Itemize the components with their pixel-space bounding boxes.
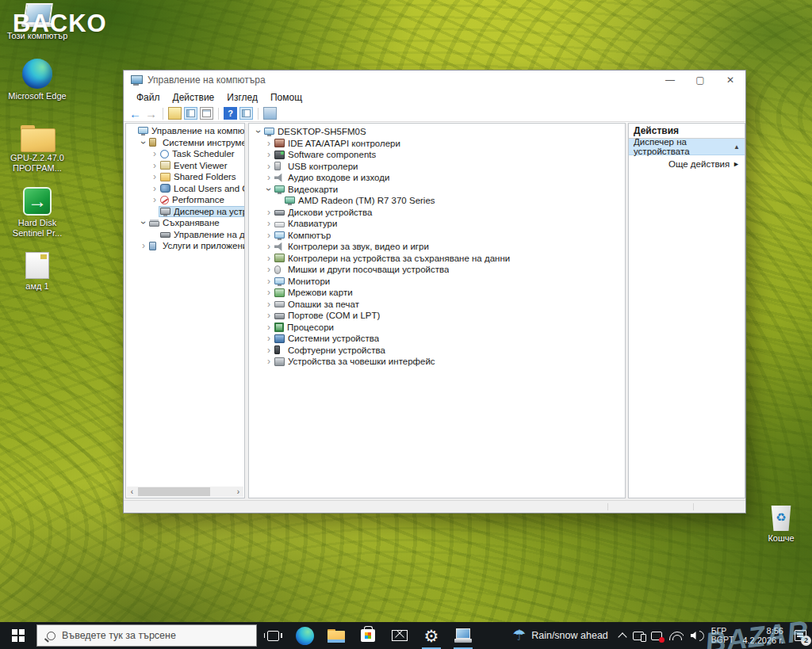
menu-item-Изглед[interactable]: Изглед [220,90,264,105]
minimize-button[interactable]: — [655,71,685,90]
tree-item[interactable]: ›Дискови устройства [249,207,625,219]
tree-item[interactable]: ›Софтуерни устройства [249,345,625,357]
expander-closed-icon[interactable]: › [264,208,274,217]
hidden-icons-chevron-icon[interactable] [618,632,626,641]
start-button[interactable] [0,622,36,649]
window-titlebar[interactable]: Управление на компютъра — ▢ ✕ [124,71,745,90]
expander-open-icon[interactable]: › [139,218,148,227]
expander-closed-icon[interactable]: › [264,334,274,343]
desktop-icon-gpuz-folder[interactable]: GPU-Z.2.47.0 ПРОГРАМ... [3,125,71,174]
expander-closed-icon[interactable]: › [264,254,274,263]
show-hide-action-pane-button[interactable] [239,107,253,120]
tree-item[interactable]: ›Опашки за печат [249,299,625,311]
tree-item[interactable]: ›Съхраняване [126,217,244,229]
expander-closed-icon[interactable]: › [264,173,274,182]
tree-item[interactable]: ›Мрежови карти [249,287,625,299]
expander-closed-icon[interactable]: › [264,357,274,366]
tree-item[interactable]: ›DESKTOP-SH5FM0S [249,126,625,138]
tree-item[interactable]: ›Мишки и други посочващи устройства [249,264,625,276]
taskbar-edge-button[interactable] [289,622,320,649]
tree-item[interactable]: ›IDE ATA/ATAPI контролери [249,138,625,150]
taskbar-computer-management-button[interactable] [447,622,479,649]
tree-item[interactable]: ›Управление на компютъра (л [126,125,244,137]
properties-button[interactable] [200,107,213,120]
tree-item[interactable]: ›Управление на дисков [126,229,244,241]
screen-record-icon[interactable] [651,632,662,640]
desktop-icon-edge[interactable]: Microsoft Edge [3,59,71,101]
expander-closed-icon[interactable]: › [150,149,159,158]
show-hide-console-tree-button[interactable] [184,107,197,120]
tree-item[interactable]: ›Task Scheduler [126,148,244,160]
tree-item[interactable]: ›Local Users and Groups [126,183,244,195]
search-input[interactable]: Въведете тук за търсене [36,624,257,647]
expander-closed-icon[interactable]: › [264,277,274,286]
tree-item[interactable]: ›USB контролери [249,161,625,173]
menu-item-Помощ[interactable]: Помощ [264,90,308,105]
tree-item[interactable]: ›Устройства за човешки интерфейс [249,356,625,368]
expander-closed-icon[interactable]: › [264,265,274,274]
tree-item[interactable]: ›Портове (COM и LPT) [249,310,625,322]
expander-closed-icon[interactable]: › [139,241,148,250]
expander-closed-icon[interactable]: › [264,311,274,320]
console-tree-pane[interactable]: ›Управление на компютъра (л›Системни инс… [125,123,245,498]
tree-item[interactable]: ›Event Viewer [126,160,244,172]
tree-item[interactable]: ›Software components [249,149,625,161]
expander-closed-icon[interactable]: › [150,161,159,170]
expander-closed-icon[interactable]: › [150,184,159,193]
expander-closed-icon[interactable]: › [264,288,274,297]
menu-item-Файл[interactable]: Файл [130,90,167,105]
expander-open-icon[interactable]: › [264,185,274,194]
expander-closed-icon[interactable]: › [150,172,159,181]
horizontal-scrollbar[interactable]: ‹ › [127,487,243,497]
device-manager-pane[interactable]: ›DESKTOP-SH5FM0S›IDE ATA/ATAPI контролер… [248,123,626,498]
tree-item[interactable]: ›Диспечер на устройст [126,206,244,218]
tree-item[interactable]: ›Клавиатури [249,218,625,230]
expander-closed-icon[interactable]: › [264,162,274,171]
desktop-icon-recycle-bin[interactable]: ♻ Кошче [756,506,806,544]
tree-item[interactable]: ›Системни устройства [249,333,625,345]
help-button[interactable] [224,107,237,120]
tree-item[interactable]: ›Контролери за звук, видео и игри [249,241,625,253]
wifi-icon[interactable] [669,631,684,640]
close-button[interactable]: ✕ [715,71,745,90]
taskbar-store-button[interactable] [352,622,384,649]
tree-item[interactable]: ›Монитори [249,276,625,288]
expander-closed-icon[interactable]: › [264,139,274,148]
tree-item[interactable]: ›Системни инструменти [126,137,244,149]
export-button[interactable] [168,107,182,120]
expander-open-icon[interactable]: › [254,127,263,136]
expander-closed-icon[interactable]: › [264,300,274,309]
weather-widget[interactable]: ☂ Rain/snow ahead [504,628,616,643]
tree-item[interactable]: ›Услуги и приложения [126,240,244,252]
tree-item[interactable]: ›AMD Radeon (TM) R7 370 Series [249,195,625,207]
maximize-button[interactable]: ▢ [685,71,715,90]
tree-item[interactable]: ›Процесори [249,322,625,334]
desktop-icon-amd1[interactable]: амд 1 [3,252,71,292]
back-button[interactable]: ← [128,107,142,120]
tree-item[interactable]: ›Shared Folders [126,171,244,183]
tree-item[interactable]: ›Аудио входове и изходи [249,172,625,184]
tree-item[interactable]: ›Performance [126,194,244,206]
expander-open-icon[interactable]: › [139,138,148,147]
forward-button[interactable]: → [144,107,158,120]
expander-closed-icon[interactable]: › [264,231,274,240]
expander-closed-icon[interactable]: › [264,345,274,355]
expander-closed-icon[interactable]: › [264,219,274,228]
volume-icon[interactable] [691,631,704,640]
action-center-button[interactable]: 2 [788,622,812,649]
language-indicator[interactable]: БГР BGPT [707,627,738,644]
expander-closed-icon[interactable]: › [150,195,159,204]
tree-item[interactable]: ›Видеокарти [249,184,625,196]
scroll-left-arrow-icon[interactable]: ‹ [127,487,137,497]
tree-item[interactable]: ›Контролери на устройства за съхраняване… [249,253,625,265]
menu-item-Действие[interactable]: Действие [167,90,221,105]
expander-closed-icon[interactable]: › [264,323,274,332]
taskbar-settings-button[interactable] [416,622,447,649]
collapse-arrow-icon[interactable]: ▲ [733,143,740,151]
popup-window-button[interactable] [263,107,277,120]
desktop-icon-hdsentinel[interactable]: → Hard Disk Sentinel Pr... [3,187,71,239]
more-actions-item[interactable]: Още действия ► [629,155,745,172]
taskbar-task-view-button[interactable] [257,622,289,649]
tree-item[interactable]: ›Компютър [249,230,625,242]
scrollbar-thumb[interactable] [138,487,210,496]
